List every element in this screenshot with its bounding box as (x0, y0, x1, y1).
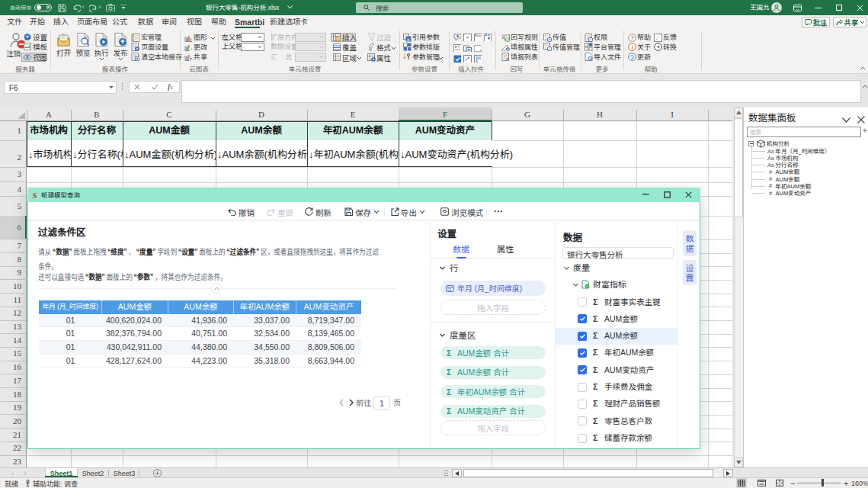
svg-text:i: i (549, 47, 549, 51)
svg-text:A: A (476, 59, 478, 63)
svg-text:?: ? (631, 35, 634, 40)
svg-text:01: 01 (447, 287, 452, 292)
